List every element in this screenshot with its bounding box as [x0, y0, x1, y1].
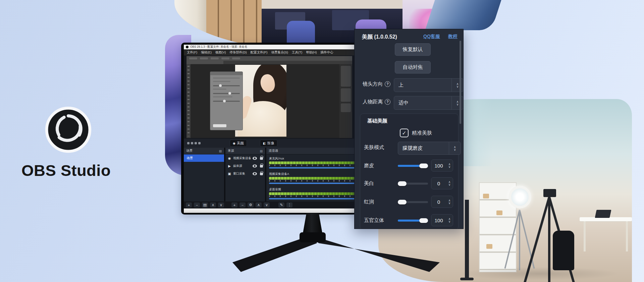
menu-item-tools[interactable]: 工具(T) — [292, 50, 302, 55]
floor-shadow — [459, 267, 620, 280]
select-value: 上 — [394, 82, 451, 88]
slider-handle[interactable] — [419, 163, 428, 168]
scene-down-button[interactable]: ∨ — [218, 202, 224, 207]
camera-direction-select[interactable]: 上 ∧ ∨ — [394, 78, 464, 92]
slider-handle[interactable] — [398, 181, 407, 186]
eye-icon[interactable] — [253, 164, 257, 168]
obs-docks: 场景 ▤ 场景 来源 ▤ ◉ 视频采集设备A — [184, 148, 355, 201]
menu-item-help[interactable]: 帮助(H) — [306, 50, 317, 55]
select-spinner[interactable]: ∧ ∨ — [451, 79, 463, 92]
ps-toolbar — [186, 64, 191, 138]
mixer-entry-label: 桌面音频 — [269, 187, 355, 192]
label-text: 镜头方向 — [363, 81, 383, 87]
mixer-more-button[interactable]: ⋮ — [286, 202, 292, 207]
skin-smooth-value-spinbox[interactable]: 100 ∧ ∨ — [431, 159, 453, 172]
eye-icon[interactable] — [253, 157, 257, 160]
volume-slider[interactable] — [269, 183, 355, 184]
menu-item-plugin-center[interactable]: 插件中心 — [320, 50, 333, 55]
slider-handle[interactable] — [419, 218, 428, 223]
restore-defaults-button[interactable]: 恢复默认 — [395, 43, 431, 56]
desk-legs — [584, 221, 628, 251]
tutorial-link[interactable]: 教程 — [448, 34, 458, 40]
facial-depth-slider[interactable] — [398, 220, 428, 222]
camera-on-tripod — [543, 189, 556, 197]
mixer-entry-label: 视频采集设备A — [269, 172, 355, 176]
beauty-toggle-button[interactable]: ◉ 美颜 — [230, 140, 247, 147]
lock-icon[interactable] — [260, 173, 263, 175]
skin-mode-select[interactable]: 朦胧磨皮 ∧ ∨ — [398, 142, 461, 155]
label-text: 人物距离 — [363, 99, 383, 105]
slider-label: 五官立体 — [364, 217, 384, 224]
slider-label: 美白 — [364, 180, 374, 187]
mixer-pen-button[interactable]: ✎ — [278, 202, 284, 207]
skin-smooth-slider[interactable] — [398, 165, 428, 167]
dock-handle-dots — [187, 142, 201, 144]
scene-item-selected[interactable]: 场景 — [184, 154, 224, 162]
source-up-button[interactable]: ∧ — [256, 202, 262, 207]
menu-item-edit[interactable]: 编辑(E) — [201, 50, 212, 55]
monitor-stand-hub — [300, 232, 326, 242]
half-panel-icon: ◧ — [263, 142, 266, 145]
obs-menubar: 文件(F) 编辑(E) 视图(V) 停靠部件(D) 配置文件(P) 场景集合(S… — [184, 49, 355, 55]
menu-item-docks[interactable]: 停靠部件(D) — [229, 50, 247, 55]
lock-icon[interactable] — [260, 165, 263, 168]
rosy-value-spinbox[interactable]: 0 ∧ ∨ — [431, 196, 453, 208]
help-icon[interactable]: ? — [385, 81, 390, 87]
slider-handle[interactable] — [398, 200, 407, 204]
camera-direction-label: 镜头方向 ? — [363, 81, 390, 87]
spin-arrows[interactable]: ∧ ∨ — [446, 218, 453, 223]
brand-title: OBS Studio — [21, 161, 132, 180]
obs-status-row: ◉ 美颜 ◧ 抠像 — [184, 139, 355, 148]
select-spinner[interactable]: ∧ ∨ — [449, 142, 461, 154]
monitor-chin — [184, 208, 355, 213]
lock-icon[interactable] — [260, 157, 263, 160]
spin-arrows[interactable]: ∧ ∨ — [446, 199, 453, 204]
remove-source-button[interactable]: − — [239, 202, 246, 207]
add-source-button[interactable]: + — [231, 202, 237, 207]
volume-slider[interactable] — [269, 198, 355, 199]
window-title: OBS 29.1.3 - 配置文件: 未命名 - 场景: 未命名 — [190, 45, 248, 49]
autofocus-button[interactable]: 自动对焦 — [395, 61, 431, 74]
person-distance-select[interactable]: 适中 ∧ ∨ — [394, 96, 464, 110]
chevron-down-icon: ∨ — [454, 148, 456, 151]
window-icon: ▣ — [227, 172, 231, 176]
source-row[interactable]: ▣ 窗口采集 — [225, 170, 265, 178]
matting-toggle-button[interactable]: ◧ 抠像 — [260, 140, 277, 147]
scene-filters-button[interactable]: ▤ — [202, 202, 208, 207]
source-row[interactable]: ◉ 视频采集设备A — [225, 154, 265, 162]
volume-slider[interactable] — [269, 167, 355, 169]
obs-preview-captured-window — [186, 56, 352, 138]
spin-arrows[interactable]: ∧ ∨ — [446, 163, 453, 168]
mixer-dock-header: 混音器 — [266, 148, 355, 154]
menu-item-profile[interactable]: 配置文件(P) — [251, 50, 268, 55]
slider-row-skin-smooth: 磨皮 100 ∧ ∨ — [360, 160, 459, 172]
remove-scene-button[interactable]: − — [194, 202, 200, 207]
facial-depth-value-spinbox[interactable]: 100 ∧ ∨ — [431, 214, 453, 226]
chevron-down-icon: ∨ — [448, 202, 451, 204]
source-row[interactable]: ▶ 媒体源 — [225, 162, 265, 170]
sources-dock-title: 来源 — [228, 149, 234, 153]
select-spinner[interactable]: ∧ ∨ — [451, 96, 463, 109]
help-icon[interactable]: ? — [385, 99, 390, 105]
source-down-button[interactable]: ∨ — [264, 202, 270, 207]
decor-shelf-box — [486, 244, 492, 249]
menu-item-file[interactable]: 文件(F) — [187, 50, 197, 55]
menu-item-view[interactable]: 视图(V) — [215, 50, 226, 55]
eye-icon[interactable] — [253, 172, 257, 175]
add-scene-button[interactable]: + — [186, 202, 192, 207]
panel-scrollbar[interactable] — [460, 41, 461, 124]
scene-up-button[interactable]: ∧ — [210, 202, 216, 207]
ps-tab-bar — [186, 61, 352, 64]
check-icon: ✓ — [402, 130, 406, 136]
whitening-slider[interactable] — [398, 183, 428, 185]
rosy-slider[interactable] — [398, 201, 428, 203]
whitening-value-spinbox[interactable]: 0 ∧ ∨ — [431, 177, 453, 189]
spin-arrows[interactable]: ∧ ∨ — [446, 181, 453, 186]
qq-support-link[interactable]: QQ客服 — [423, 34, 440, 40]
monitor-screen: OBS 29.1.3 - 配置文件: 未命名 - 场景: 未命名 文件(F) 编… — [184, 45, 355, 208]
slider-label: 磨皮 — [364, 162, 374, 169]
menu-item-scene-collection[interactable]: 场景集合(S) — [271, 50, 288, 55]
volume-meter — [269, 161, 355, 164]
source-properties-button[interactable]: ⚙ — [248, 202, 254, 207]
precise-skin-checkbox[interactable]: ✓ — [400, 129, 409, 137]
